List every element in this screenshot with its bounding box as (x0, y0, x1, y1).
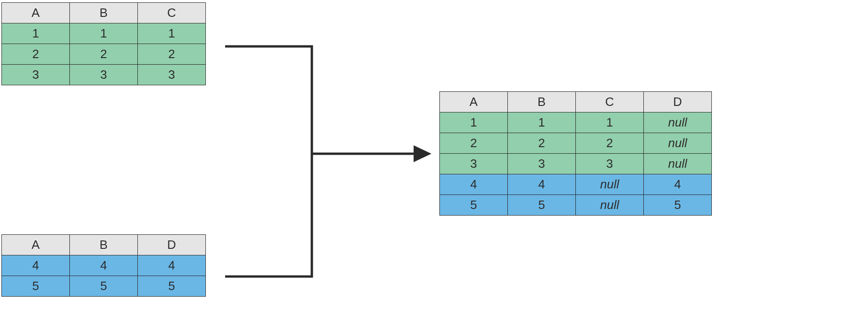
table-row: 2 2 2 (2, 44, 206, 65)
cell: 4 (70, 255, 138, 276)
input-table-top: A B C 1 1 1 2 2 2 3 3 3 (1, 2, 206, 85)
table-row: 4 4 null 4 (440, 174, 712, 195)
col-header: C (576, 92, 644, 112)
cell: 1 (2, 23, 70, 44)
table-row: 5 5 5 (2, 276, 206, 297)
cell: 4 (2, 255, 70, 276)
cell: 3 (2, 65, 70, 85)
cell: 4 (138, 255, 206, 276)
col-header: B (70, 3, 138, 23)
cell: 2 (138, 44, 206, 65)
table-row: 5 5 null 5 (440, 195, 712, 216)
cell: 3 (440, 154, 508, 174)
table-row: 2 2 2 null (440, 133, 712, 154)
cell: 1 (138, 23, 206, 44)
cell: 1 (70, 23, 138, 44)
cell: 3 (70, 65, 138, 85)
cell-null: null (644, 154, 712, 174)
cell: 3 (508, 154, 576, 174)
cell-null: null (644, 133, 712, 154)
table-row: A B C (2, 3, 206, 23)
input-table-bottom: A B D 4 4 4 5 5 5 (1, 234, 206, 297)
cell: 5 (508, 195, 576, 216)
cell: 3 (138, 65, 206, 85)
col-header: A (440, 92, 508, 112)
cell: 4 (440, 174, 508, 195)
cell: 4 (644, 174, 712, 195)
result-table: A B C D 1 1 1 null 2 2 2 null 3 3 3 null… (439, 91, 712, 216)
cell: 2 (440, 133, 508, 154)
merge-concat-diagram: A B C 1 1 1 2 2 2 3 3 3 A B D 4 4 4 (0, 0, 868, 329)
cell: 5 (138, 276, 206, 297)
table-row: 4 4 4 (2, 255, 206, 276)
cell: 5 (440, 195, 508, 216)
col-header: D (138, 235, 206, 255)
cell: 2 (508, 133, 576, 154)
col-header: C (138, 3, 206, 23)
table-row: 3 3 3 null (440, 154, 712, 174)
cell: 4 (508, 174, 576, 195)
cell-null: null (644, 112, 712, 133)
cell: 1 (440, 112, 508, 133)
table-row: A B D (2, 235, 206, 255)
cell: 2 (2, 44, 70, 65)
col-header: B (70, 235, 138, 255)
cell: 3 (576, 154, 644, 174)
cell: 2 (70, 44, 138, 65)
cell: 5 (70, 276, 138, 297)
cell-null: null (576, 195, 644, 216)
table-row: 1 1 1 null (440, 112, 712, 133)
cell-null: null (576, 174, 644, 195)
cell: 5 (644, 195, 712, 216)
table-row: 1 1 1 (2, 23, 206, 44)
table-row: A B C D (440, 92, 712, 112)
col-header: B (508, 92, 576, 112)
cell: 1 (508, 112, 576, 133)
cell: 1 (576, 112, 644, 133)
col-header: D (644, 92, 712, 112)
svg-marker-1 (414, 145, 431, 162)
cell: 5 (2, 276, 70, 297)
col-header: A (2, 235, 70, 255)
table-row: 3 3 3 (2, 65, 206, 85)
merge-arrow-icon (216, 42, 436, 281)
col-header: A (2, 3, 70, 23)
cell: 2 (576, 133, 644, 154)
